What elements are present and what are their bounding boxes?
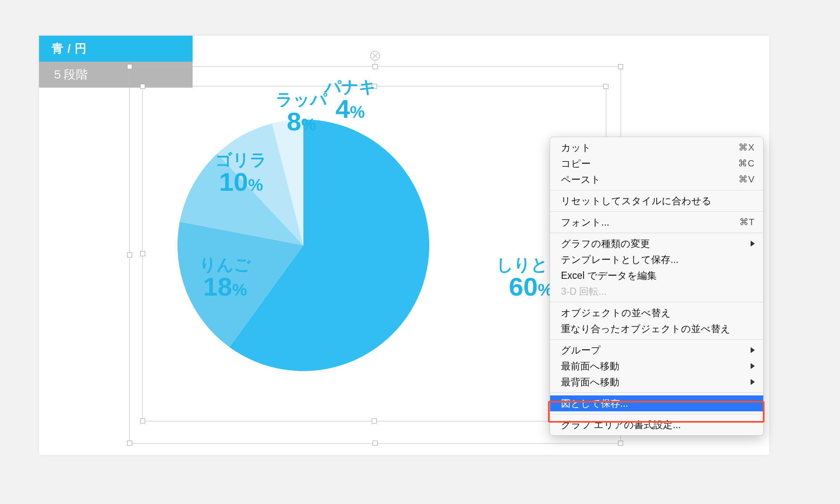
style-tab-active[interactable]: 青 / 円 <box>39 36 193 62</box>
label-pct: % <box>248 176 263 194</box>
label-name: パナキ <box>324 78 376 96</box>
context-menu: カット ⌘X コピー ⌘C ペースト ⌘V リセットしてスタイルに合わせる フォ… <box>550 137 764 436</box>
label-pct: % <box>301 115 316 134</box>
pie-label-4: パナキ 4% <box>324 78 376 122</box>
menu-bring-to-front[interactable]: 最前面へ移動 <box>550 358 763 374</box>
resize-handle[interactable] <box>140 251 145 256</box>
menu-save-as-template[interactable]: テンプレートとして保存... <box>550 252 763 268</box>
pie-label-2: ゴリラ 10% <box>215 151 267 195</box>
menu-send-to-back[interactable]: 最背面へ移動 <box>550 374 763 390</box>
menu-copy[interactable]: コピー ⌘C <box>550 156 763 171</box>
tab-label: ５段階 <box>52 67 88 83</box>
menu-separator <box>550 190 763 190</box>
resize-handle[interactable] <box>373 441 378 446</box>
menu-save-as-picture[interactable]: 図として保存... <box>550 395 763 411</box>
menu-label: リセットしてスタイルに合わせる <box>561 195 712 208</box>
menu-label: 重なり合ったオブジェクトの並べ替え <box>561 322 730 335</box>
menu-label: フォント... <box>561 216 609 229</box>
pie-chart[interactable] <box>165 107 442 384</box>
pie-svg <box>165 107 442 384</box>
menu-label: ペースト <box>561 173 601 186</box>
resize-handle[interactable] <box>372 418 377 423</box>
rotate-handle-icon[interactable] <box>370 51 380 61</box>
label-pct: % <box>232 281 247 299</box>
menu-reorder-overlapping[interactable]: 重なり合ったオブジェクトの並べ替え <box>550 321 763 337</box>
menu-separator <box>550 211 763 212</box>
label-value: 60 <box>509 272 538 301</box>
menu-label: 3-D 回転... <box>561 285 607 298</box>
menu-label: 最背面へ移動 <box>561 376 619 389</box>
chevron-right-icon <box>751 347 755 353</box>
menu-label: グラフ エリアの書式設定... <box>561 418 681 431</box>
resize-handle[interactable] <box>127 441 132 446</box>
resize-handle[interactable] <box>618 441 623 446</box>
menu-label: グループ <box>561 344 601 357</box>
menu-shortcut: ⌘V <box>738 174 755 185</box>
menu-separator <box>550 392 763 393</box>
resize-handle[interactable] <box>603 84 608 89</box>
menu-change-chart-type[interactable]: グラフの種類の変更 <box>550 236 763 252</box>
menu-reset-style[interactable]: リセットしてスタイルに合わせる <box>550 193 763 209</box>
menu-label: 最前面へ移動 <box>561 360 619 373</box>
menu-label: テンプレートとして保存... <box>561 253 678 266</box>
chevron-right-icon <box>751 241 755 247</box>
menu-shortcut: ⌘C <box>738 158 755 169</box>
menu-separator <box>550 233 763 233</box>
menu-label: カット <box>561 141 591 154</box>
tab-label: 青 / 円 <box>52 41 87 57</box>
menu-separator <box>550 339 763 340</box>
menu-format-chart-area[interactable]: グラフ エリアの書式設定... <box>550 417 763 433</box>
label-name: ラッパ <box>276 90 327 109</box>
label-pct: % <box>350 103 365 121</box>
menu-label: Excel でデータを編集 <box>561 269 657 282</box>
menu-cut[interactable]: カット ⌘X <box>550 140 763 156</box>
pie-label-1: りんご 18% <box>199 255 251 300</box>
label-value: 10 <box>219 167 248 196</box>
menu-font[interactable]: フォント... ⌘T <box>550 214 763 230</box>
resize-handle[interactable] <box>140 84 145 89</box>
menu-shortcut: ⌘X <box>738 142 755 153</box>
menu-shortcut: ⌘T <box>739 217 755 228</box>
resize-handle[interactable] <box>373 64 378 69</box>
menu-edit-data-excel[interactable]: Excel でデータを編集 <box>550 268 763 283</box>
menu-paste[interactable]: ペースト ⌘V <box>550 171 763 187</box>
label-name: りんご <box>199 255 251 274</box>
chevron-right-icon <box>751 379 755 385</box>
label-value: 8 <box>287 107 301 136</box>
label-name: ゴリラ <box>215 151 267 169</box>
menu-3d-rotation: 3-D 回転... <box>550 283 763 299</box>
menu-label: 図として保存... <box>561 397 628 410</box>
resize-handle[interactable] <box>140 418 145 423</box>
resize-handle[interactable] <box>127 252 132 257</box>
menu-label: グラフの種類の変更 <box>561 237 650 250</box>
label-value: 18 <box>203 272 232 301</box>
resize-handle[interactable] <box>618 64 623 69</box>
resize-handle[interactable] <box>127 64 132 69</box>
menu-separator <box>550 302 763 302</box>
pie-label-3: ラッパ 8% <box>276 90 327 135</box>
menu-separator <box>550 414 763 414</box>
menu-label: コピー <box>561 157 591 170</box>
menu-group[interactable]: グループ <box>550 342 763 358</box>
chevron-right-icon <box>751 363 755 369</box>
menu-reorder-objects[interactable]: オブジェクトの並べ替え <box>550 305 763 321</box>
menu-label: オブジェクトの並べ替え <box>561 307 671 320</box>
label-value: 4 <box>335 94 350 123</box>
